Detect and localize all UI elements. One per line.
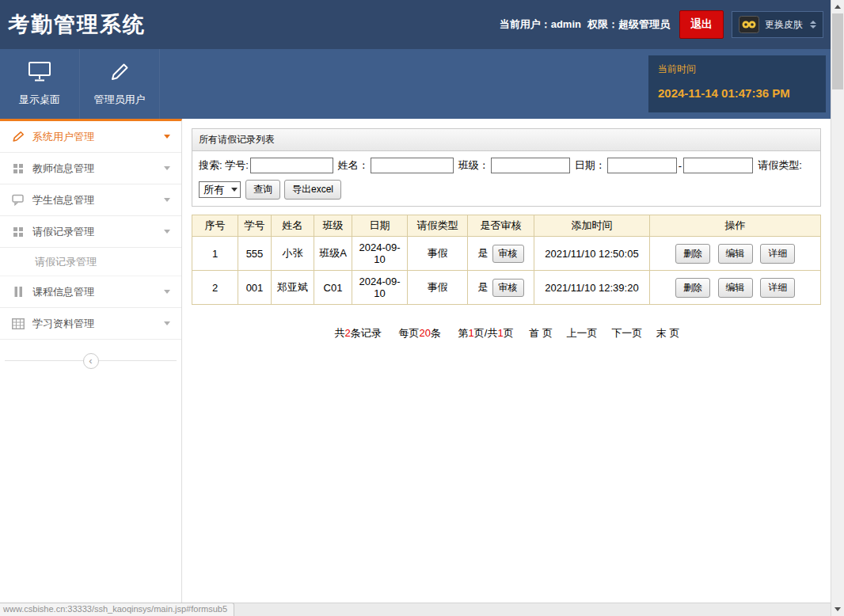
cell-leave-type: 事假: [408, 237, 468, 271]
toolbar: 显示桌面 管理员用户 当前时间 2024-11-14 01:47:36 PM: [0, 49, 844, 119]
cell-audited: 是审核: [468, 237, 534, 271]
time-value: 2024-11-14 01:47:36 PM: [658, 86, 816, 100]
vertical-scrollbar[interactable]: [831, 0, 844, 616]
last-page-link[interactable]: 末 页: [656, 327, 680, 339]
toolbar-item-admin-user[interactable]: 管理员用户: [80, 49, 160, 119]
sidebar-item-study-material-mgmt[interactable]: 学习资料管理: [0, 308, 181, 340]
current-user-text: 当前用户：admin权限：超级管理员: [500, 17, 670, 32]
cell-added-time: 2021/11/10 12:39:20: [534, 271, 650, 305]
edit-button[interactable]: 编辑: [718, 244, 753, 264]
skin-label: 更换皮肤: [765, 18, 803, 32]
leave-type-selected-value: 所有: [203, 183, 224, 197]
name-input[interactable]: [371, 158, 454, 173]
monitor-icon: [28, 61, 51, 85]
date-from-input[interactable]: [607, 158, 677, 173]
edit-button[interactable]: 编辑: [718, 278, 753, 298]
scroll-up-button[interactable]: [831, 0, 844, 13]
col-header-audited: 是否审核: [468, 215, 534, 237]
sidebar-item-leave-record-mgmt[interactable]: 请假记录管理: [0, 216, 181, 248]
per-page-text: 每页20条: [398, 327, 440, 339]
per-count: 20: [419, 327, 430, 339]
cell-date: 2024-09-10: [352, 237, 408, 271]
query-button[interactable]: 查询: [245, 180, 280, 200]
date-to-input[interactable]: [683, 158, 753, 173]
search-row-actions: 所有 查询 导出excel: [199, 180, 814, 200]
audit-button[interactable]: 审核: [492, 279, 524, 297]
sidebar: 系统用户管理 教师信息管理: [0, 119, 182, 616]
pause-icon: [11, 286, 25, 298]
pencil-icon: [109, 61, 131, 85]
chat-icon: [11, 194, 25, 206]
record-count-text: 共2条记录: [335, 327, 382, 339]
search-student-id-label: 搜索: 学号:: [199, 158, 249, 173]
sidebar-subitem-leave-record-list[interactable]: 请假记录管理: [0, 248, 181, 276]
body: 系统用户管理 教师信息管理: [0, 119, 831, 616]
sidebar-item-label: 学习资料管理: [32, 317, 164, 331]
grid-icon: [11, 226, 25, 238]
chevron-down-icon: [164, 290, 170, 294]
sidebar-item-label: 系统用户管理: [32, 130, 164, 144]
logout-button[interactable]: 退出: [679, 10, 724, 39]
delete-button[interactable]: 删除: [675, 278, 710, 298]
scroll-down-button[interactable]: [831, 603, 844, 616]
cell-date: 2024-09-10: [352, 271, 408, 305]
date-range-separator: -: [679, 160, 682, 172]
header-user-area: 当前用户：admin权限：超级管理员 退出 更换皮肤: [500, 10, 823, 39]
table-header-row: 序号 学号 姓名 班级 日期 请假类型 是否审核 添加时间 操作: [192, 215, 821, 237]
student-id-input[interactable]: [250, 158, 333, 173]
per-prefix: 每页: [398, 327, 419, 339]
cell-class: 班级A: [314, 237, 352, 271]
cell-added-time: 2021/11/10 12:50:05: [534, 237, 650, 271]
export-excel-button[interactable]: 导出excel: [284, 180, 341, 200]
sidebar-item-student-info-mgmt[interactable]: 学生信息管理: [0, 184, 181, 216]
skin-switcher[interactable]: 更换皮肤: [732, 11, 823, 38]
sidebar-item-label: 教师信息管理: [32, 162, 164, 176]
toolbar-item-show-desktop[interactable]: 显示桌面: [0, 49, 80, 119]
detail-button[interactable]: 详细: [760, 278, 795, 298]
detail-button[interactable]: 详细: [760, 244, 795, 264]
sidebar-item-teacher-info-mgmt[interactable]: 教师信息管理: [0, 153, 181, 184]
next-page-link[interactable]: 下一页: [611, 327, 642, 339]
audited-value: 是: [478, 247, 489, 259]
class-label: 班级：: [458, 158, 489, 173]
spinner-arrows-icon[interactable]: [810, 21, 816, 29]
time-panel: 当前时间 2024-11-14 01:47:36 PM: [648, 55, 826, 112]
sidebar-collapse-button[interactable]: ‹: [83, 353, 99, 369]
chevron-down-icon: [164, 135, 170, 139]
col-header-seq: 序号: [192, 215, 238, 237]
cell-student-id: 555: [238, 237, 272, 271]
status-bar: www.csbishe.cn:33333/ssh_kaoqinsys/main.…: [0, 603, 831, 616]
total-suffix: 条记录: [351, 327, 382, 339]
time-label: 当前时间: [658, 63, 816, 76]
col-header-date: 日期: [352, 215, 408, 237]
panel-title: 所有请假记录列表: [192, 129, 820, 151]
permission-label: 权限：: [587, 18, 618, 30]
sidebar-item-label: 课程信息管理: [32, 285, 164, 299]
audit-button[interactable]: 审核: [492, 245, 524, 263]
delete-button[interactable]: 删除: [675, 244, 710, 264]
cell-name: 郑亚斌: [272, 271, 314, 305]
leave-type-select[interactable]: 所有: [199, 181, 241, 198]
sidebar-item-system-user-mgmt[interactable]: 系统用户管理: [0, 121, 181, 153]
chevron-down-icon: [231, 188, 238, 192]
sidebar-item-course-info-mgmt[interactable]: 课程信息管理: [0, 276, 181, 308]
cell-class: C01: [314, 271, 352, 305]
permission-value: 超级管理员: [618, 18, 670, 30]
sidebar-collapse-divider: ‹: [5, 360, 177, 376]
prev-page-link[interactable]: 上一页: [567, 327, 598, 339]
pencil-icon: [11, 131, 25, 143]
col-header-added-time: 添加时间: [534, 215, 650, 237]
class-input[interactable]: [491, 158, 570, 173]
first-page-link[interactable]: 首 页: [529, 327, 553, 339]
cell-seq: 1: [192, 237, 238, 271]
leave-type-label: 请假类型:: [758, 158, 802, 173]
table-row: 1 555 小张 班级A 2024-09-10 事假 是审核 2021/11/1…: [192, 237, 821, 271]
arrow-up-icon: [834, 5, 841, 9]
total-count: 2: [345, 327, 351, 339]
scrollbar-thumb[interactable]: [832, 13, 843, 89]
page-indicator-text: 第1页/共1页: [458, 327, 514, 339]
cell-student-id: 001: [238, 271, 272, 305]
main-content: 所有请假记录列表 搜索: 学号: 姓名： 班级： 日期： - 请假类型:: [182, 119, 831, 616]
sidebar-item-label: 学生信息管理: [32, 193, 164, 207]
page-mid: 页/共: [474, 327, 498, 339]
